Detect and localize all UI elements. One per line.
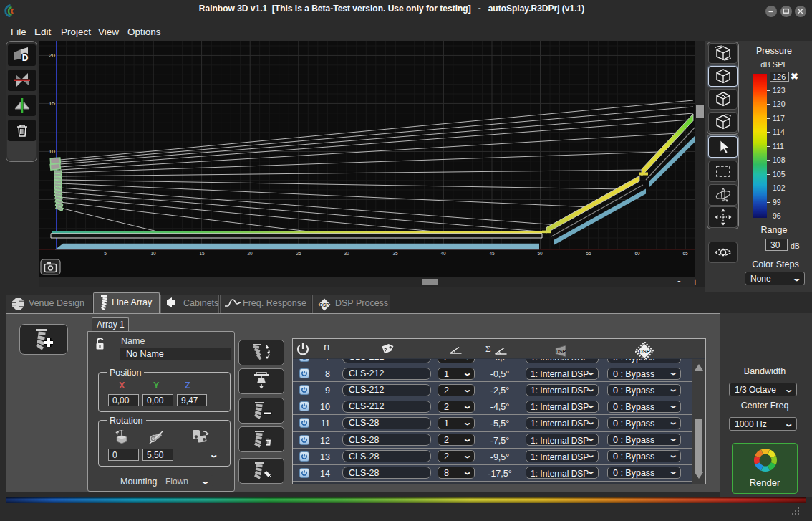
svg-text:10: 10 [150, 251, 156, 256]
svg-text:45: 45 [489, 251, 495, 256]
svg-text:15: 15 [49, 100, 55, 107]
svg-text:35: 35 [392, 251, 398, 256]
svg-text:DSP: DSP [319, 302, 329, 307]
svg-text:DSP: DSP [639, 348, 649, 355]
svg-text:15: 15 [199, 251, 205, 256]
svg-text:40: 40 [440, 251, 446, 256]
svg-text:20: 20 [247, 251, 253, 256]
svg-text:5: 5 [104, 251, 107, 256]
svg-text:55: 55 [586, 251, 591, 256]
svg-text:DSP: DSP [556, 349, 566, 354]
svg-text:60: 60 [634, 251, 640, 256]
svg-text:D: D [21, 53, 28, 63]
svg-text:50: 50 [537, 251, 543, 256]
svg-text:25: 25 [296, 251, 301, 256]
svg-text:65: 65 [682, 251, 688, 256]
svg-text:20: 20 [49, 52, 55, 59]
svg-text:30: 30 [344, 251, 349, 256]
svg-text:10: 10 [49, 148, 55, 155]
